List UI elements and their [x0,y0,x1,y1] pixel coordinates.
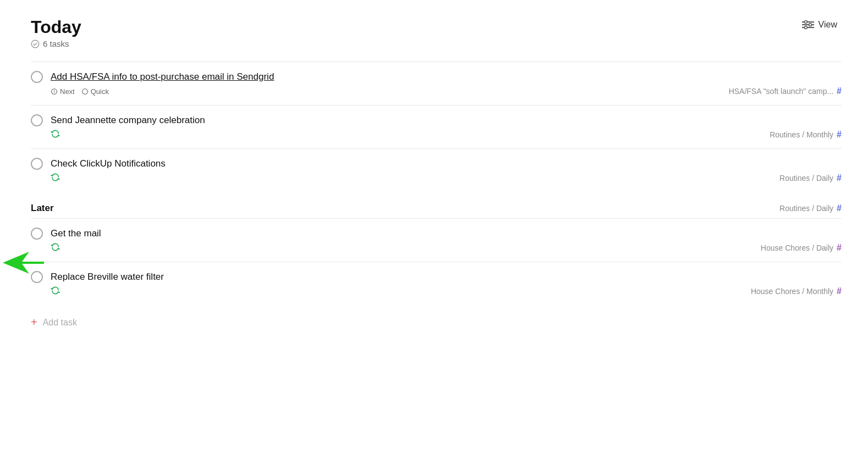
hash-icon[interactable]: # [837,243,842,253]
task-location: Routines / Daily # [779,173,842,183]
svg-point-0 [31,40,39,48]
check-circle-icon [31,40,40,48]
section-header-later: Later Routines / Daily # [31,192,842,219]
task-title[interactable]: Get the mail [51,228,101,239]
location-text: House Chores / Monthly [751,287,833,296]
list-item: Replace Breville water filter Ho [31,262,842,305]
location-text: House Chores / Daily [761,243,833,252]
view-label: View [818,20,837,30]
section-title: Later [31,203,54,214]
filter-icon [802,20,814,30]
page-title: Today [31,18,81,37]
svg-point-5 [809,24,811,26]
recurrence-icon [51,243,60,253]
recurrence-icon [51,173,60,183]
tag-next-icon [51,88,58,95]
recurrence-icon [51,286,60,296]
tag-next[interactable]: Next [51,87,75,96]
task-location: House Chores / Daily # [761,243,842,253]
hash-icon[interactable]: # [837,286,842,296]
page-header: Today 6 tasks View [31,18,842,48]
section-hash-icon[interactable]: # [837,203,842,213]
task-location: Routines / Monthly # [770,130,842,140]
add-task-row[interactable]: + Add task [31,305,842,329]
task-title[interactable]: Check ClickUp Notifications [51,158,166,169]
location-text: HSA/FSA "soft launch" camp... [729,87,833,96]
task-tags [51,286,60,296]
recycle-icon [51,243,60,251]
recycle-icon [51,130,60,138]
view-button[interactable]: View [798,18,842,32]
task-location: HSA/FSA "soft launch" camp... # [729,86,842,96]
hash-icon[interactable]: # [837,130,842,140]
svg-point-4 [804,21,807,24]
task-title[interactable]: Send Jeannette company celebration [51,115,205,126]
hash-icon[interactable]: # [837,173,842,183]
add-task-label: Add task [43,318,77,328]
recycle-icon [51,173,60,181]
recycle-icon [51,286,60,295]
task-title[interactable]: Add HSA/FSA info to post-purchase email … [51,71,274,82]
location-text: Routines / Monthly [770,130,833,139]
hash-icon[interactable]: # [837,86,842,96]
svg-point-6 [804,26,807,29]
recurrence-icon [51,130,60,140]
task-tags [51,243,60,253]
task-title[interactable]: Replace Breville water filter [51,272,164,283]
task-checkbox[interactable] [31,271,43,283]
location-text: Routines / Daily [779,174,833,182]
list-item: Add HSA/FSA info to post-purchase email … [31,62,842,106]
task-checkbox[interactable] [31,71,43,83]
list-item: Check ClickUp Notifications Rout [31,149,842,192]
section-location-text: Routines / Daily [779,204,833,213]
list-item: Get the mail House Chores / Dail [31,219,842,262]
task-count-row: 6 tasks [31,39,81,48]
add-icon: + [31,316,37,329]
task-count: 6 tasks [43,39,69,48]
task-checkbox[interactable] [31,228,43,240]
task-list: Add HSA/FSA info to post-purchase email … [31,62,842,192]
task-checkbox[interactable] [31,114,43,126]
tag-quick[interactable]: Quick [81,87,109,96]
header-left: Today 6 tasks [31,18,81,48]
later-task-list: Get the mail House Chores / Dail [31,219,842,305]
tag-quick-icon [81,88,89,95]
task-checkbox[interactable] [31,158,43,170]
task-location: House Chores / Monthly # [751,286,842,296]
task-tags [51,173,60,183]
task-tags: Next Quick [51,87,109,96]
task-tags [51,130,60,140]
section-location: Routines / Daily # [779,203,842,213]
list-item: Send Jeannette company celebration [31,106,842,149]
